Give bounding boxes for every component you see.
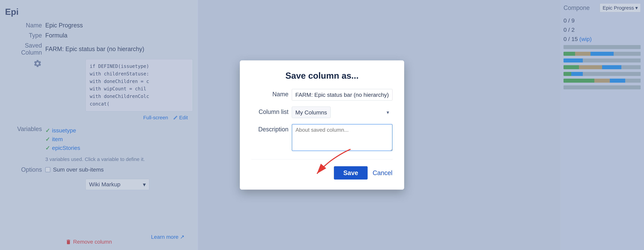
modal-actions: Save Cancel	[252, 166, 392, 180]
column-list-select[interactable]: My Columns	[292, 107, 330, 118]
name-field[interactable]	[292, 89, 392, 101]
description-row: Description	[252, 124, 392, 151]
column-list-label: Column list	[252, 107, 288, 115]
name-row: Name	[252, 89, 392, 101]
column-list-row: Column list My Columns	[252, 107, 392, 118]
cancel-button[interactable]: Cancel	[373, 169, 392, 177]
modal-divider	[252, 159, 392, 160]
description-field[interactable]	[292, 124, 392, 151]
modal-title: Save column as...	[252, 71, 392, 81]
column-list-select-wrapper: My Columns	[292, 107, 392, 118]
description-label: Description	[252, 124, 288, 133]
name-field-label: Name	[252, 89, 288, 98]
save-column-modal: Save column as... Name Column list My Co…	[240, 60, 404, 190]
save-button[interactable]: Save	[334, 166, 368, 180]
